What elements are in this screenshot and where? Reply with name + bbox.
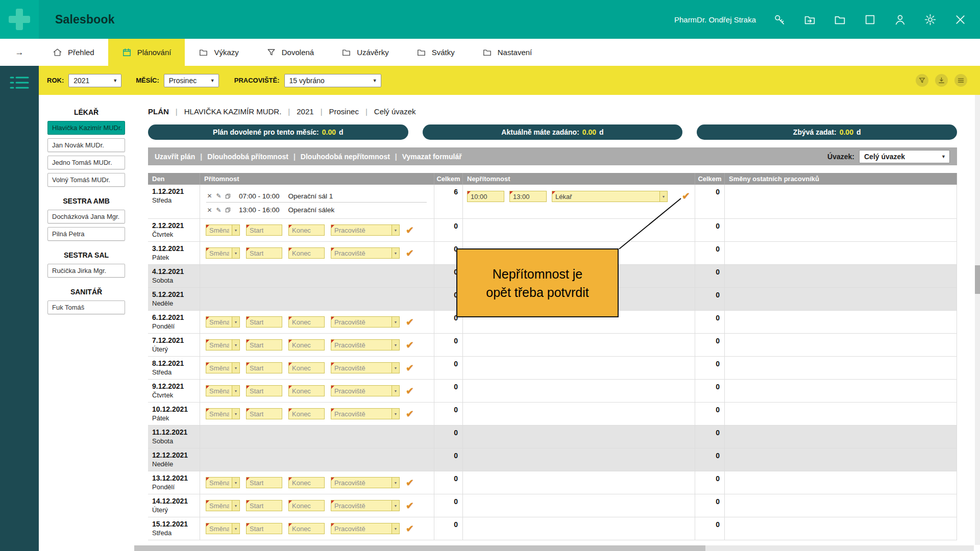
konec-input[interactable]: Konec (288, 477, 325, 488)
menu-button[interactable] (954, 74, 967, 87)
toolbar-action[interactable]: Dlouhodobá přítomnost (207, 153, 288, 161)
pracoviste-select[interactable]: Pracoviště▼ (331, 316, 400, 328)
copy-entry-icon[interactable] (225, 207, 231, 213)
horizontal-scrollbar[interactable] (134, 545, 974, 551)
start-input[interactable]: Start (246, 385, 282, 396)
konec-input[interactable]: Konec (288, 316, 325, 328)
smena-select[interactable]: Směna▼ (206, 362, 240, 373)
breadcrumb-item[interactable]: Celý úvazek (374, 107, 416, 116)
user-button[interactable] (894, 13, 906, 26)
key-button[interactable] (773, 13, 786, 26)
staff-item[interactable]: Ručička Jirka Mgr. (47, 264, 125, 278)
pracoviste-select[interactable]: Pracoviště▼ (331, 523, 400, 534)
collapse-arrow-button[interactable]: → (0, 39, 39, 66)
toolbar-action[interactable]: Vymazat formulář (402, 153, 462, 161)
absence-to-input[interactable]: 13:00 (509, 191, 547, 202)
smena-select[interactable]: Směna▼ (206, 385, 240, 396)
start-input[interactable]: Start (246, 247, 282, 259)
horizontal-scrollbar-thumb[interactable] (134, 545, 705, 551)
breadcrumb-item[interactable]: Prosinec (329, 107, 359, 116)
toolbar-action[interactable]: Dlouhodobá nepřítomnost (301, 153, 390, 161)
pracoviste-select[interactable]: Pracoviště▼ (331, 385, 400, 396)
confirm-check-icon[interactable]: ✔ (406, 524, 414, 534)
tab-prehled[interactable]: Přehled (39, 39, 108, 66)
pracoviste-select[interactable]: Pracoviště▼ (331, 247, 400, 259)
absence-confirm-check-icon[interactable]: ✔ (682, 191, 690, 201)
start-input[interactable]: Start (246, 477, 282, 488)
staff-item[interactable]: Volný Tomáš MUDr. (47, 173, 125, 187)
edit-entry-icon[interactable]: ✎ (215, 207, 222, 214)
konec-input[interactable]: Konec (288, 362, 325, 373)
smena-select[interactable]: Směna▼ (206, 500, 240, 511)
absence-type-select[interactable]: Lékař▼ (552, 191, 668, 202)
smena-select[interactable]: Směna▼ (206, 316, 240, 328)
window-button[interactable] (864, 13, 876, 26)
start-input[interactable]: Start (246, 316, 282, 328)
start-input[interactable]: Start (246, 362, 282, 373)
pracoviste-select[interactable]: Pracoviště▼ (331, 500, 400, 511)
confirm-check-icon[interactable]: ✔ (406, 501, 414, 511)
konec-input[interactable]: Konec (288, 408, 325, 419)
vertical-scrollbar[interactable] (975, 95, 980, 545)
konec-input[interactable]: Konec (288, 500, 325, 511)
breadcrumb-item[interactable]: 2021 (297, 107, 313, 116)
uvazek-select[interactable]: Celý úvazek ▼ (859, 150, 950, 163)
tab-planovani[interactable]: Plánování (108, 39, 185, 66)
confirm-check-icon[interactable]: ✔ (406, 317, 414, 327)
start-input[interactable]: Start (246, 224, 282, 236)
smena-select[interactable]: Směna▼ (206, 247, 240, 259)
start-input[interactable]: Start (246, 339, 282, 350)
staff-item[interactable]: Fuk Tomáš (47, 300, 125, 314)
start-input[interactable]: Start (246, 408, 282, 419)
tab-uzaverky[interactable]: Uzávěrky (328, 39, 403, 66)
confirm-check-icon[interactable]: ✔ (406, 386, 414, 396)
edit-entry-icon[interactable]: ✎ (215, 192, 222, 199)
pracoviste-select[interactable]: Pracoviště▼ (331, 224, 400, 236)
start-input[interactable]: Start (246, 500, 282, 511)
confirm-check-icon[interactable]: ✔ (406, 226, 414, 235)
menu-toggle-button[interactable] (9, 74, 30, 91)
konec-input[interactable]: Konec (288, 385, 325, 396)
confirm-check-icon[interactable]: ✔ (406, 478, 414, 488)
staff-item[interactable]: Jan Novák MUDr. (47, 138, 125, 152)
tab-nastaveni[interactable]: Nastavení (469, 39, 546, 66)
staff-item[interactable]: Hlavička Kazimír MUDr. (47, 121, 125, 135)
konec-input[interactable]: Konec (288, 339, 325, 350)
pracoviste-select[interactable]: Pracoviště▼ (331, 362, 400, 373)
smena-select[interactable]: Směna▼ (206, 523, 240, 534)
staff-item[interactable]: Jedno Tomáš MUDr. (47, 156, 125, 169)
delete-entry-icon[interactable]: ✕ (206, 207, 213, 214)
smena-select[interactable]: Směna▼ (206, 339, 240, 350)
confirm-check-icon[interactable]: ✔ (406, 363, 414, 373)
absence-from-input[interactable]: 10:00 (467, 191, 504, 202)
smena-select[interactable]: Směna▼ (206, 408, 240, 419)
breadcrumb-item[interactable]: HLAVIČKA KAZIMÍR MUDR. (184, 107, 282, 116)
folder-button[interactable] (834, 13, 846, 26)
pracoviste-select[interactable]: Pracoviště▼ (331, 408, 400, 419)
gear-button[interactable] (924, 13, 937, 26)
staff-item[interactable]: Pilná Petra (47, 227, 125, 241)
year-select[interactable]: 2021 ▼ (68, 74, 121, 87)
close-button[interactable] (954, 13, 967, 26)
pracoviste-select[interactable]: Pracoviště▼ (331, 339, 400, 350)
delete-entry-icon[interactable]: ✕ (206, 192, 213, 199)
start-input[interactable]: Start (246, 523, 282, 534)
folder-export-button[interactable] (803, 13, 816, 26)
confirm-check-icon[interactable]: ✔ (406, 340, 414, 350)
smena-select[interactable]: Směna▼ (206, 477, 240, 488)
pracoviste-select[interactable]: Pracoviště▼ (331, 477, 400, 488)
download-button[interactable] (935, 74, 948, 87)
staff-item[interactable]: Docházková Jana Mgr. (47, 210, 125, 223)
konec-input[interactable]: Konec (288, 523, 325, 534)
vertical-scrollbar-thumb[interactable] (975, 265, 980, 294)
konec-input[interactable]: Konec (288, 224, 325, 236)
workplace-select[interactable]: 15 vybráno ▼ (284, 74, 381, 87)
tab-svatky[interactable]: Svátky (403, 39, 469, 66)
copy-entry-icon[interactable] (225, 193, 231, 199)
confirm-check-icon[interactable]: ✔ (406, 248, 414, 258)
smena-select[interactable]: Směna▼ (206, 224, 240, 236)
konec-input[interactable]: Konec (288, 247, 325, 259)
month-select[interactable]: Prosinec ▼ (164, 74, 219, 87)
tab-vykazy[interactable]: Výkazy (185, 39, 252, 66)
confirm-check-icon[interactable]: ✔ (406, 409, 414, 419)
